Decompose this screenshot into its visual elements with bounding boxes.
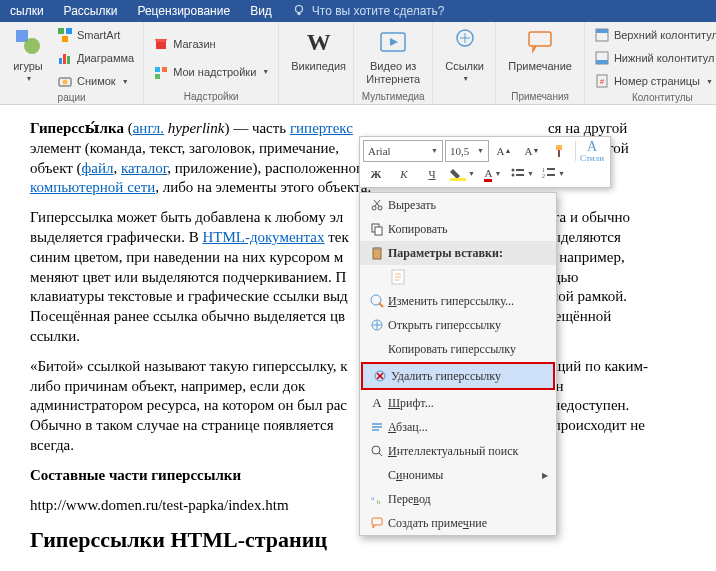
tab-mailings[interactable]: Рассылки (54, 0, 128, 22)
group-comments-label: Примечания (502, 91, 578, 104)
comment-button[interactable]: Примечание (502, 24, 578, 91)
smartart-icon (57, 27, 73, 43)
smartart-button[interactable]: SmartArt (54, 24, 137, 46)
video-icon (378, 29, 408, 55)
ctx-font[interactable]: AШрифт... (360, 391, 556, 415)
font-a-icon: A (366, 395, 388, 411)
styles-button[interactable]: AСтили (575, 141, 607, 161)
bullets-icon (511, 167, 525, 181)
grow-font-button[interactable]: A▲ (491, 141, 517, 161)
ctx-copy[interactable]: Копировать (360, 217, 556, 241)
tab-mailings-partial[interactable]: сылки (0, 0, 54, 22)
tell-me[interactable]: Что вы хотите сделать? (282, 0, 445, 22)
page-number-button[interactable]: #Номер страницы▼ (591, 70, 716, 92)
globe-open-icon (370, 318, 384, 332)
url-text: http://www.domen.ru/test-papka/index.htm (30, 496, 650, 516)
wikipedia-icon: W (303, 26, 335, 58)
highlight-button[interactable]: ▼ (447, 164, 478, 184)
link-file[interactable]: файл (82, 160, 114, 176)
shapes-button[interactable]: игуры▼ (6, 24, 50, 86)
link-catalog[interactable]: каталог (121, 160, 167, 176)
svg-rect-9 (67, 56, 70, 64)
numbering-button[interactable]: 12▼ (539, 164, 568, 184)
svg-rect-32 (547, 174, 555, 176)
paste-keep-icon (388, 267, 408, 287)
numbering-icon: 12 (542, 167, 556, 181)
tab-review[interactable]: Рецензирование (127, 0, 240, 22)
font-name-combo[interactable]: Arial▼ (363, 140, 443, 162)
ctx-remove-hyperlink[interactable]: Удалить гиперссылку (363, 364, 553, 388)
lightbulb-icon (292, 4, 306, 18)
font-color-button[interactable]: A▼ (480, 164, 506, 184)
header-icon (594, 27, 610, 43)
context-menu: Вырезать Копировать Параметры вставки: И… (359, 192, 557, 536)
font-size-combo[interactable]: 10,5▼ (445, 140, 489, 162)
wikipedia-button[interactable]: WВикипедия (285, 24, 352, 91)
search-icon (370, 444, 384, 458)
ctx-copy-hyperlink[interactable]: Копировать гиперссылку (360, 337, 556, 361)
svg-rect-36 (375, 227, 382, 235)
svg-point-3 (24, 38, 40, 54)
svg-rect-17 (529, 32, 551, 46)
svg-rect-30 (547, 168, 555, 170)
svg-rect-24 (450, 178, 466, 181)
svg-point-11 (63, 80, 68, 85)
tab-view[interactable]: Вид (240, 0, 282, 22)
header-button[interactable]: Верхний колонтитул▼ (591, 24, 716, 46)
shapes-icon (13, 27, 43, 57)
scissors-icon (370, 198, 384, 212)
online-video-button[interactable]: Видео из Интернета (360, 24, 426, 91)
svg-rect-8 (63, 54, 66, 64)
format-painter-button[interactable] (547, 141, 573, 161)
link-icon (451, 28, 479, 56)
footer-button[interactable]: Нижний колонтитул▼ (591, 47, 716, 69)
ctx-translate[interactable]: аbПеревод (360, 487, 556, 511)
ctx-open-hyperlink[interactable]: Открыть гиперссылку (360, 313, 556, 337)
svg-rect-13 (162, 67, 167, 72)
ctx-smart-lookup[interactable]: Интеллектуальный поиск (360, 439, 556, 463)
svg-rect-14 (155, 74, 160, 79)
underline-button[interactable]: Ч (419, 164, 445, 184)
link-html-docs[interactable]: HTML-документах (202, 229, 324, 245)
svg-point-33 (372, 206, 376, 210)
store-button[interactable]: Магазин (150, 33, 272, 55)
ribbon-tabs: сылки Рассылки Рецензирование Вид Что вы… (0, 0, 716, 22)
pagenum-icon: # (594, 73, 610, 89)
links-button[interactable]: Ссылки▼ (439, 24, 490, 91)
svg-rect-1 (297, 13, 300, 16)
ctx-paste-options-header: Параметры вставки: (360, 241, 556, 265)
paragraph-icon (370, 420, 384, 434)
translate-icon: аb (370, 492, 384, 506)
group-addins-label: Надстройки (150, 91, 272, 104)
ctx-cut[interactable]: Вырезать (360, 193, 556, 217)
ctx-paragraph[interactable]: Абзац... (360, 415, 556, 439)
heading-html-links: Гиперссылки HTML-страниц (30, 525, 650, 554)
ctx-paste-option-1[interactable] (360, 265, 556, 289)
link-network[interactable]: компьютерной сети (30, 179, 155, 195)
bold-button[interactable]: Ж (363, 164, 389, 184)
svg-rect-6 (62, 36, 68, 42)
svg-rect-21 (596, 60, 608, 64)
svg-rect-38 (375, 247, 379, 250)
mini-toolbar: Arial▼ 10,5▼ A▲ A▼ AСтили Ж К Ч ▼ A▼ ▼ 1… (359, 136, 611, 188)
group-headers-label: Колонтитулы (591, 92, 716, 105)
ctx-new-comment[interactable]: Создать примечние (360, 511, 556, 535)
link-hypertext[interactable]: гипертекс (290, 120, 353, 136)
ctx-synonyms[interactable]: Синонимы▶ (360, 463, 556, 487)
svg-rect-4 (58, 28, 64, 34)
svg-rect-26 (516, 169, 524, 171)
shrink-font-button[interactable]: A▼ (519, 141, 545, 161)
svg-point-25 (511, 169, 514, 172)
svg-point-34 (378, 206, 382, 210)
screenshot-button[interactable]: Снимок▼ (54, 70, 137, 92)
ribbon: игуры▼ SmartArt Диаграмма Снимок▼ рации … (0, 22, 716, 105)
chart-button[interactable]: Диаграмма (54, 47, 137, 69)
svg-rect-46 (372, 518, 382, 525)
bullets-button[interactable]: ▼ (508, 164, 537, 184)
svg-rect-12 (155, 67, 160, 72)
ctx-edit-hyperlink[interactable]: Изменить гиперссылку... (360, 289, 556, 313)
addins-button[interactable]: Мои надстройки▼ (150, 61, 272, 83)
link-english[interactable]: англ. (133, 120, 164, 136)
italic-button[interactable]: К (391, 164, 417, 184)
svg-rect-2 (16, 30, 28, 42)
